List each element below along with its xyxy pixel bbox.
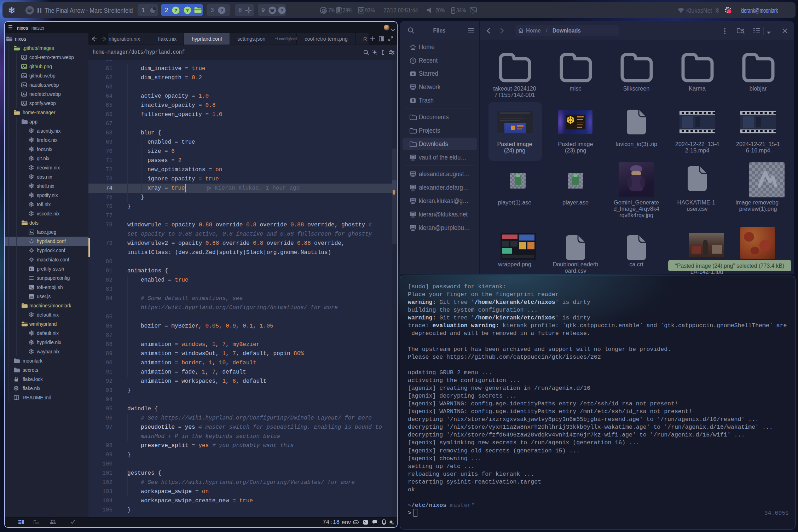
svg-text:?: ? <box>281 8 283 13</box>
svg-text:?: ? <box>220 8 223 13</box>
svg-text:?: ? <box>174 8 177 13</box>
svg-text:JS: JS <box>29 295 33 299</box>
svg-text:?: ? <box>186 8 189 13</box>
